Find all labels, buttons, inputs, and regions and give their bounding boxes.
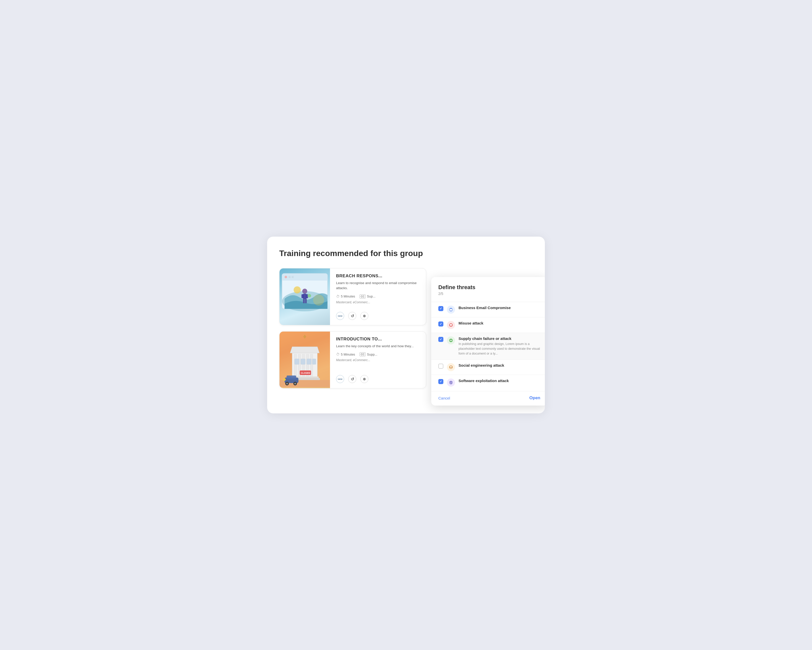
threat-name-social: Social engineering attack xyxy=(458,363,540,368)
svg-rect-4 xyxy=(288,276,291,278)
dropdown-count: 2/5 xyxy=(438,291,540,296)
nem-badge-2: NEM xyxy=(336,375,344,383)
cancel-button[interactable]: Cancel xyxy=(438,396,450,400)
duration-value-2: 5 Minutes xyxy=(341,352,355,356)
card-icons-intro: NEM ↺ ⊕ xyxy=(336,375,414,383)
org-badge-2: ⊕ xyxy=(360,375,368,383)
threat-name-bec: Business Email Compromise xyxy=(458,305,540,310)
card-desc-intro: Learn the key concepts of the world and … xyxy=(336,344,414,349)
duration-value: 5 Minutes xyxy=(341,294,355,298)
nem-badge: NEM xyxy=(336,312,344,320)
svg-rect-13 xyxy=(305,299,307,303)
card-meta-intro: ⏱ 5 Minutes CC Supp... xyxy=(336,352,414,356)
threat-desc-supply: In publishing and graphic design, Lorem … xyxy=(458,342,540,356)
threat-checkbox-supply[interactable] xyxy=(438,337,443,342)
dropdown-title: Define threats xyxy=(438,284,540,291)
card-meta-breach: ⏱ 5 Minutes CC Sup... xyxy=(336,294,420,299)
training-card-breach[interactable]: BREACH RESPONS... Learn to recognise and… xyxy=(279,268,426,325)
svg-rect-45 xyxy=(450,324,452,325)
threat-icon-bec xyxy=(447,305,455,314)
threat-text-supply: Supply chain failure or attack In publis… xyxy=(458,336,540,356)
svg-rect-48 xyxy=(450,340,451,341)
threat-item-software[interactable]: </> Software exploitation attack xyxy=(431,375,545,390)
threat-text-social: Social engineering attack xyxy=(458,363,540,368)
svg-rect-18 xyxy=(294,354,297,377)
svg-rect-46 xyxy=(450,325,452,326)
svg-point-52 xyxy=(450,366,452,368)
refresh-badge: ↺ xyxy=(348,312,356,320)
threat-name-supply: Supply chain failure or attack xyxy=(458,336,540,341)
svg-rect-25 xyxy=(301,359,305,365)
svg-point-14 xyxy=(308,294,311,298)
threat-item-social[interactable]: Social engineering attack xyxy=(431,359,545,375)
threat-text-bec: Business Email Compromise xyxy=(458,305,540,310)
threat-checkbox-misuse[interactable] xyxy=(438,322,443,327)
card-thumbnail-breach xyxy=(279,269,330,325)
caption-icon-2: CC xyxy=(360,352,366,356)
svg-point-35 xyxy=(286,383,288,385)
duration-item-2: ⏱ 5 Minutes xyxy=(336,352,355,356)
svg-point-8 xyxy=(302,288,307,294)
threat-text-misuse: Misuse attack xyxy=(458,321,540,325)
threat-checkbox-social[interactable] xyxy=(438,364,443,369)
dropdown-header: Define threats 2/5 xyxy=(431,284,545,302)
svg-rect-27 xyxy=(312,359,316,365)
training-card-intro[interactable]: CLOSED INTRODUCTION TO... Learn the key … xyxy=(279,331,426,388)
threat-item-misuse[interactable]: Misuse attack xyxy=(431,317,545,333)
card-content-breach: BREACH RESPONS... Learn to recognise and… xyxy=(330,269,426,325)
card-title-breach: BREACH RESPONS... xyxy=(336,273,420,279)
svg-text:</>: </> xyxy=(449,382,453,384)
svg-marker-23 xyxy=(290,347,319,353)
svg-point-7 xyxy=(294,286,301,293)
main-card: Training recommended for this group xyxy=(267,237,545,413)
define-threats-panel: Define threats 2/5 Business Email Compro… xyxy=(431,277,545,406)
caption-icon: CC xyxy=(360,294,366,299)
card-thumbnail-intro: CLOSED xyxy=(279,331,330,388)
svg-rect-10 xyxy=(301,294,304,298)
threat-text-software: Software exploitation attack xyxy=(458,378,540,383)
card-tags-breach: Mastercard, eCommerc... xyxy=(336,301,420,304)
open-button[interactable]: Open xyxy=(530,395,540,400)
support-item-2: CC Supp... xyxy=(360,352,377,356)
card-tags-intro: Mastercard, eCommerc... xyxy=(336,359,414,362)
org-badge: ⊕ xyxy=(360,312,368,320)
threat-checkbox-software[interactable] xyxy=(438,379,443,384)
threat-name-software: Software exploitation attack xyxy=(458,378,540,383)
support-item: CC Sup... xyxy=(360,294,375,299)
threat-icon-supply xyxy=(447,336,455,345)
threat-item-bec[interactable]: Business Email Compromise xyxy=(431,302,545,317)
svg-point-36 xyxy=(294,383,296,385)
threat-checkbox-bec[interactable] xyxy=(438,306,443,311)
card-icons-breach: NEM ↺ ⊕ xyxy=(336,312,420,320)
page-title: Training recommended for this group xyxy=(279,249,533,258)
duration-item: ⏱ 5 Minutes xyxy=(336,294,355,299)
support-value: Sup... xyxy=(367,294,375,298)
refresh-badge-2: ↺ xyxy=(348,375,356,383)
svg-rect-49 xyxy=(451,340,452,341)
support-value-2: Supp... xyxy=(367,352,377,356)
card-content-intro: INTRODUCTION TO... Learn the key concept… xyxy=(330,331,420,388)
clock-icon: ⏱ xyxy=(336,294,340,299)
svg-point-3 xyxy=(285,276,287,278)
svg-rect-24 xyxy=(295,359,299,365)
card-desc-breach: Learn to recognise and respond to email … xyxy=(336,281,420,291)
svg-rect-5 xyxy=(292,276,294,278)
training-list: BREACH RESPONS... Learn to recognise and… xyxy=(279,268,426,388)
threat-icon-software: </> xyxy=(447,378,455,387)
svg-rect-26 xyxy=(307,359,311,365)
threat-name-misuse: Misuse attack xyxy=(458,321,540,325)
svg-point-15 xyxy=(313,294,324,305)
svg-point-37 xyxy=(283,378,286,381)
svg-rect-12 xyxy=(303,299,305,303)
dropdown-footer: Cancel Open xyxy=(431,391,545,406)
svg-text:CLOSED: CLOSED xyxy=(301,372,310,374)
card-title-intro: INTRODUCTION TO... xyxy=(336,337,414,342)
svg-rect-32 xyxy=(287,375,296,379)
threat-item-supply[interactable]: Supply chain failure or attack In publis… xyxy=(431,333,545,359)
clock-icon-2: ⏱ xyxy=(336,352,340,356)
threat-icon-social xyxy=(447,363,455,371)
threat-icon-misuse xyxy=(447,321,455,329)
